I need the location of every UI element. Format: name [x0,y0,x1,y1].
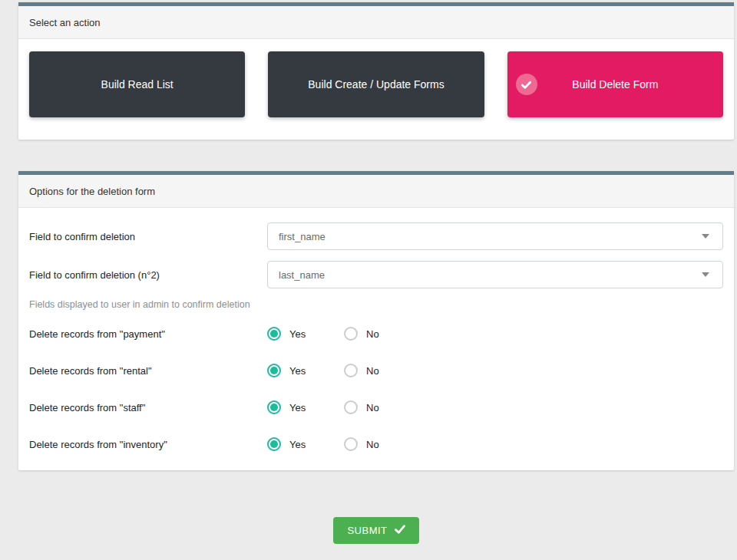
delete-rental-no-radio[interactable]: No [344,364,421,377]
radio-no-label: No [366,439,379,450]
action-panel: Select an action Build Read List Build C… [18,2,734,140]
confirm-field-2-row: Field to confirm deletion (n°2) last_nam… [29,261,723,288]
delete-staff-label: Delete records from "staff" [29,402,267,413]
delete-inventory-no-radio[interactable]: No [344,437,421,451]
radio-unselected-icon [344,437,358,451]
submit-label: SUBMIT [347,525,387,536]
action-panel-header: Select an action [18,6,734,39]
chevron-down-icon [702,272,709,277]
delete-staff-row: Delete records from "staff" Yes No [29,396,723,419]
options-panel-header: Options for the deletion form [18,175,734,208]
build-create-update-forms-label: Build Create / Update Forms [308,78,444,91]
delete-rental-label: Delete records from "rental" [29,365,267,377]
action-panel-title: Select an action [29,17,101,28]
radio-selected-icon [267,327,281,341]
confirm-field-row: Field to confirm deletion first_name [29,222,723,250]
options-form: Field to confirm deletion first_name Fie… [18,208,734,470]
helper-text: Fields displayed to user in admin to con… [29,299,723,310]
selected-check-icon [516,74,537,95]
confirm-field-select[interactable]: first_name [267,222,723,250]
submit-button[interactable]: SUBMIT [333,517,418,544]
build-delete-form-button[interactable]: Build Delete Form [507,51,723,117]
radio-yes-label: Yes [289,365,306,377]
radio-no-label: No [366,328,379,340]
build-delete-form-label: Build Delete Form [572,78,658,91]
build-read-list-label: Build Read List [101,78,174,91]
radio-unselected-icon [344,327,358,341]
radio-yes-label: Yes [289,439,306,450]
delete-payment-label: Delete records from "payment" [29,328,267,340]
confirm-field-2-select[interactable]: last_name [267,261,723,288]
deletion-options-panel: Options for the deletion form Field to c… [18,171,734,470]
check-icon [395,525,405,536]
radio-unselected-icon [344,364,358,377]
delete-payment-yes-radio[interactable]: Yes [267,327,344,341]
delete-payment-no-radio[interactable]: No [344,327,421,341]
delete-staff-no-radio[interactable]: No [344,400,421,414]
delete-inventory-radio-group: Yes No [267,437,723,451]
delete-rental-radio-group: Yes No [267,364,723,377]
confirm-field-value: first_name [279,231,326,242]
build-read-list-button[interactable]: Build Read List [29,51,245,117]
radio-yes-label: Yes [289,328,306,340]
radio-no-label: No [366,365,379,377]
radio-no-label: No [366,402,379,413]
delete-payment-row: Delete records from "payment" Yes No [29,322,723,345]
confirm-field-2-value: last_name [279,269,325,281]
delete-staff-yes-radio[interactable]: Yes [267,400,344,414]
delete-inventory-label: Delete records from "inventory" [29,439,267,450]
radio-yes-label: Yes [289,402,306,413]
confirm-field-label: Field to confirm deletion [29,231,267,242]
action-buttons-container: Build Read List Build Create / Update Fo… [18,39,734,140]
options-panel-title: Options for the deletion form [29,186,155,197]
delete-staff-radio-group: Yes No [267,400,723,414]
delete-rental-yes-radio[interactable]: Yes [267,364,344,377]
submit-row: SUBMIT [18,517,734,544]
delete-rental-row: Delete records from "rental" Yes No [29,359,723,382]
confirm-field-2-label: Field to confirm deletion (n°2) [29,269,267,281]
radio-unselected-icon [344,400,358,414]
delete-inventory-yes-radio[interactable]: Yes [267,437,344,451]
radio-selected-icon [267,437,281,451]
radio-selected-icon [267,364,281,377]
radio-selected-icon [267,400,281,414]
chevron-down-icon [702,234,709,239]
build-create-update-forms-button[interactable]: Build Create / Update Forms [268,51,484,117]
delete-payment-radio-group: Yes No [267,327,723,341]
delete-inventory-row: Delete records from "inventory" Yes No [29,433,723,456]
